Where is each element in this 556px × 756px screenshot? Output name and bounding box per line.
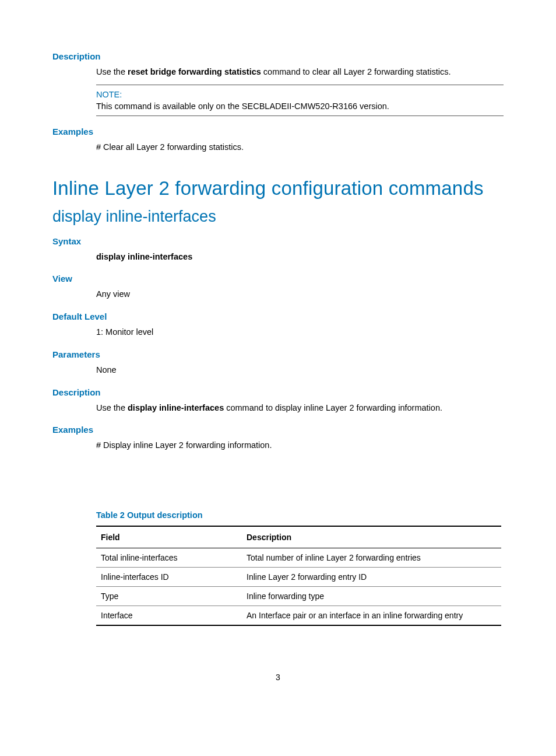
syntax-label: Syntax — [52, 236, 504, 246]
td-desc: Inline Layer 2 forwarding entry ID — [242, 568, 501, 587]
table-title: Table 2 Output description — [96, 510, 504, 520]
table-row: Type Inline forwarding type — [96, 587, 501, 606]
table-header-row: Field Description — [96, 526, 501, 548]
examples-label: Examples — [52, 127, 504, 136]
text-pre: Use the — [96, 403, 128, 412]
examples2-label: Examples — [52, 425, 504, 435]
description-label: Description — [52, 51, 504, 61]
examples2-text: # Display inline Layer 2 forwarding info… — [96, 439, 504, 452]
page-content: Description Use the reset bridge forward… — [0, 0, 556, 699]
table-row: Inline-interfaces ID Inline Layer 2 forw… — [96, 568, 501, 587]
view-label: View — [52, 274, 504, 284]
description2-label: Description — [52, 387, 504, 397]
td-field: Inline-interfaces ID — [96, 568, 242, 587]
text-pre: Use the — [96, 67, 128, 76]
note-label: NOTE: — [96, 90, 504, 99]
page-number: 3 — [52, 673, 504, 682]
description-text: Use the reset bridge forwarding statisti… — [96, 66, 504, 79]
default-level-text: 1: Monitor level — [96, 326, 504, 339]
table-row: Total inline-interfaces Total number of … — [96, 548, 501, 568]
th-desc: Description — [242, 526, 501, 548]
default-level-label: Default Level — [52, 312, 504, 321]
note-body: This command is available only on the SE… — [96, 102, 504, 111]
th-field: Field — [96, 526, 242, 548]
output-table: Field Description Total inline-interface… — [96, 526, 501, 626]
view-text: Any view — [96, 288, 504, 301]
td-field: Interface — [96, 606, 242, 626]
text-post: command to clear all Layer 2 forwarding … — [261, 67, 451, 76]
examples-text: # Clear all Layer 2 forwarding statistic… — [96, 141, 504, 154]
h1-title: Inline Layer 2 forwarding configuration … — [52, 177, 504, 200]
td-field: Total inline-interfaces — [96, 548, 242, 568]
syntax-text: display inline-interfaces — [96, 251, 504, 264]
td-desc: An Interface pair or an interface in an … — [242, 606, 501, 626]
description2-text: Use the display inline-interfaces comman… — [96, 402, 504, 415]
parameters-label: Parameters — [52, 349, 504, 359]
parameters-text: None — [96, 364, 504, 377]
command-name: display inline-interfaces — [128, 403, 224, 412]
text-post: command to display inline Layer 2 forwar… — [224, 403, 442, 412]
command-name: reset bridge forwarding statistics — [128, 67, 261, 76]
h2-title: display inline-interfaces — [52, 208, 504, 226]
td-desc: Inline forwarding type — [242, 587, 501, 606]
td-field: Type — [96, 587, 242, 606]
table-row: Interface An Interface pair or an interf… — [96, 606, 501, 626]
td-desc: Total number of inline Layer 2 forwardin… — [242, 548, 501, 568]
note-box: NOTE: This command is available only on … — [96, 85, 504, 116]
syntax-command: display inline-interfaces — [96, 252, 192, 261]
